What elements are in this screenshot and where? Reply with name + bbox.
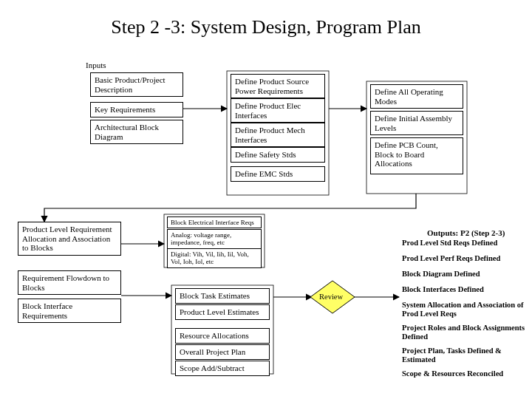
inputs-label: Inputs (86, 61, 106, 69)
out-f: Project Roles and Block Assignments Defi… (402, 324, 528, 341)
out-d: Block Interfaces Defined (402, 285, 484, 294)
box-digital: Digital: Vih, Vil, Iih, Iil, Voh, Vol, I… (167, 248, 262, 268)
box-asm: Define Initial Assembly Levels (370, 111, 463, 135)
box-prod-alloc: Product Level Requirement Allocation and… (18, 222, 121, 256)
box-input-basic: Basic Product/Project Description (90, 72, 183, 97)
box-proj-plan: Overall Project Plan (175, 344, 270, 360)
out-a: Prod Level Std Reqs Defined (402, 239, 497, 248)
box-input-arch: Architectural Block Diagram (90, 120, 183, 144)
out-h: Scope & Resources Reconciled (402, 369, 503, 378)
page-title: Step 2 -3: System Design, Program Plan (0, 16, 532, 38)
box-prod-est: Product Level Estimates (175, 304, 270, 320)
box-def-emc: Define EMC Stds (231, 166, 325, 182)
out-e: System Allocation and Association of Pro… (402, 301, 528, 318)
box-def-elec: Define Product Elec Interfaces (231, 98, 325, 123)
box-def-mech: Define Product Mech Interfaces (231, 123, 325, 147)
box-opmodes: Define All Operating Modes (370, 84, 463, 109)
box-res-alloc: Resource Allocations (175, 328, 270, 344)
box-pcb: Define PCB Count, Block to Board Allocat… (370, 137, 463, 174)
out-c: Block Diagram Defined (402, 270, 480, 279)
box-scope: Scope Add/Subtract (175, 361, 270, 376)
box-def-safety: Define Safety Stds (231, 147, 325, 163)
box-req-flow: Requirement Flowdown to Blocks (18, 270, 121, 295)
box-analog: Analog: voltage range, impedance, freq, … (167, 229, 262, 249)
box-task-est: Block Task Estimates (175, 288, 270, 304)
box-elec-iface-reqs: Block Electrical Interface Reqs (167, 216, 262, 228)
review-label: Review (319, 293, 343, 301)
out-b: Prod Level Perf Reqs Defined (402, 254, 500, 263)
out-g: Project Plan, Tasks Defined & Estimated (402, 347, 528, 364)
outputs-header: Outputs: P2 (Step 2-3) (427, 228, 505, 237)
box-def-power: Define Product Source Power Requirements (231, 74, 325, 98)
box-input-keyreq: Key Requirements (90, 102, 183, 117)
box-block-iface: Block Interface Requirements (18, 299, 121, 323)
